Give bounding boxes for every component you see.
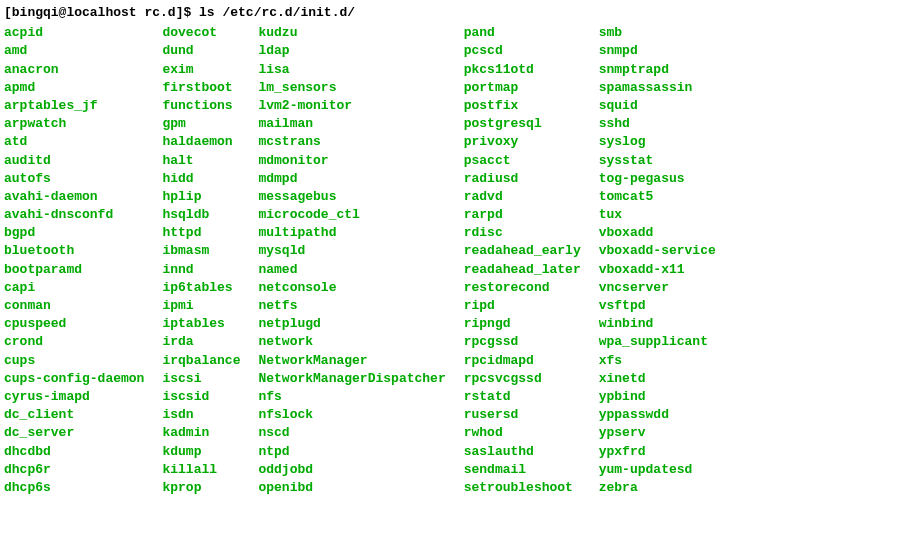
file-entry: messagebus [258,188,445,206]
listing-column: pandpcscdpkcs11otdportmappostfixpostgres… [464,24,581,497]
file-entry: hsqldb [162,206,240,224]
file-entry: netfs [258,297,445,315]
shell-prompt: [bingqi@localhost rc.d]$ [4,5,191,20]
file-entry: isdn [162,406,240,424]
directory-listing: acpidamdanacronapmdarptables_jfarpwatcha… [4,24,910,497]
file-entry: apmd [4,79,144,97]
file-entry: rpcsvcgssd [464,370,581,388]
file-entry: kudzu [258,24,445,42]
file-entry: named [258,261,445,279]
file-entry: xfs [599,352,716,370]
file-entry: nscd [258,424,445,442]
file-entry: mysqld [258,242,445,260]
file-entry: tux [599,206,716,224]
file-entry: network [258,333,445,351]
file-entry: hidd [162,170,240,188]
file-entry: microcode_ctl [258,206,445,224]
file-entry: pcscd [464,42,581,60]
file-entry: privoxy [464,133,581,151]
file-entry: kdump [162,443,240,461]
file-entry: mailman [258,115,445,133]
file-entry: sendmail [464,461,581,479]
file-entry: saslauthd [464,443,581,461]
file-entry: tomcat5 [599,188,716,206]
file-entry: rdisc [464,224,581,242]
file-entry: postgresql [464,115,581,133]
file-entry: sysstat [599,152,716,170]
file-entry: multipathd [258,224,445,242]
file-entry: portmap [464,79,581,97]
file-entry: cpuspeed [4,315,144,333]
file-entry: vboxadd [599,224,716,242]
file-entry: dc_client [4,406,144,424]
file-entry: ypxfrd [599,443,716,461]
file-entry: readahead_later [464,261,581,279]
file-entry: winbind [599,315,716,333]
file-entry: syslog [599,133,716,151]
file-entry: zebra [599,479,716,497]
file-entry: rarpd [464,206,581,224]
file-entry: ibmasm [162,242,240,260]
file-entry: exim [162,61,240,79]
file-entry: rusersd [464,406,581,424]
file-entry: kprop [162,479,240,497]
file-entry: rwhod [464,424,581,442]
file-entry: squid [599,97,716,115]
file-entry: rpcgssd [464,333,581,351]
file-entry: iscsid [162,388,240,406]
file-entry: innd [162,261,240,279]
file-entry: killall [162,461,240,479]
file-entry: mcstrans [258,133,445,151]
file-entry: avahi-daemon [4,188,144,206]
file-entry: ypbind [599,388,716,406]
file-entry: irqbalance [162,352,240,370]
file-entry: kadmin [162,424,240,442]
file-entry: mdmonitor [258,152,445,170]
file-entry: capi [4,279,144,297]
file-entry: httpd [162,224,240,242]
file-entry: halt [162,152,240,170]
file-entry: dhcp6r [4,461,144,479]
file-entry: auditd [4,152,144,170]
file-entry: dc_server [4,424,144,442]
file-entry: amd [4,42,144,60]
file-entry: haldaemon [162,133,240,151]
file-entry: vsftpd [599,297,716,315]
file-entry: anacron [4,61,144,79]
file-entry: functions [162,97,240,115]
file-entry: ripngd [464,315,581,333]
file-entry: vboxadd-x11 [599,261,716,279]
file-entry: snmptrapd [599,61,716,79]
file-entry: ipmi [162,297,240,315]
file-entry: setroubleshoot [464,479,581,497]
listing-column: smbsnmpdsnmptrapdspamassassinsquidsshdsy… [599,24,716,497]
file-entry: iptables [162,315,240,333]
file-entry: pkcs11otd [464,61,581,79]
file-entry: NetworkManagerDispatcher [258,370,445,388]
file-entry: cyrus-imapd [4,388,144,406]
file-entry: restorecond [464,279,581,297]
file-entry: lisa [258,61,445,79]
file-entry: nfslock [258,406,445,424]
file-entry: readahead_early [464,242,581,260]
shell-command: ls /etc/rc.d/init.d/ [199,5,355,20]
file-entry: lm_sensors [258,79,445,97]
file-entry: gpm [162,115,240,133]
file-entry: avahi-dnsconfd [4,206,144,224]
file-entry: cups-config-daemon [4,370,144,388]
file-entry: ypserv [599,424,716,442]
prompt-line: [bingqi@localhost rc.d]$ ls /etc/rc.d/in… [4,4,910,22]
file-entry: oddjobd [258,461,445,479]
file-entry: rpcidmapd [464,352,581,370]
file-entry: ripd [464,297,581,315]
file-entry: spamassassin [599,79,716,97]
file-entry: psacct [464,152,581,170]
file-entry: hplip [162,188,240,206]
file-entry: postfix [464,97,581,115]
file-entry: dhcdbd [4,443,144,461]
file-entry: lvm2-monitor [258,97,445,115]
file-entry: tog-pegasus [599,170,716,188]
file-entry: netplugd [258,315,445,333]
file-entry: vncserver [599,279,716,297]
file-entry: nfs [258,388,445,406]
